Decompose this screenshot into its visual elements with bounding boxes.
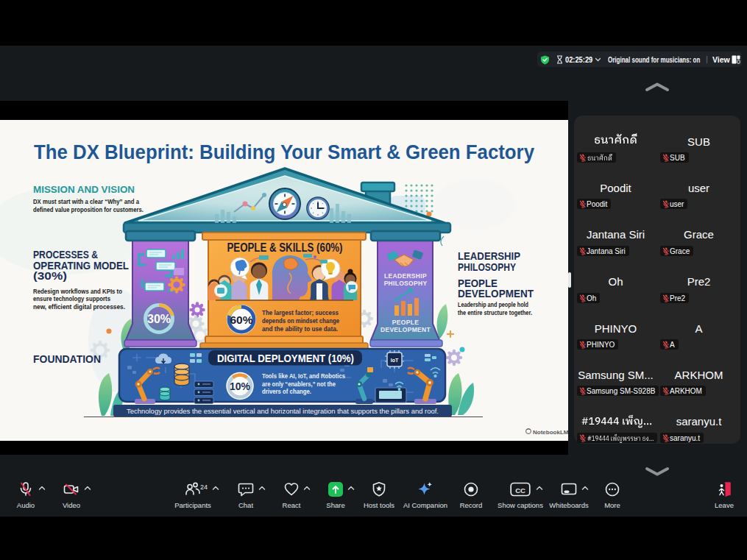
svg-text:DEVELOPMENT: DEVELOPMENT: [380, 326, 431, 333]
svg-text:PEOPLE: PEOPLE: [392, 319, 419, 326]
svg-text:the entire structure together.: the entire structure together.: [458, 309, 532, 316]
svg-text:Redesign workflows and KPIs to: Redesign workflows and KPIs to: [33, 288, 122, 295]
svg-text:Leadership and people hold: Leadership and people hold: [458, 301, 528, 308]
svg-text:NotebookLM: NotebookLM: [533, 429, 568, 436]
svg-text:PHILOSOPHY: PHILOSOPHY: [384, 280, 428, 287]
svg-text:PEOPLE & SKILLS (60%): PEOPLE & SKILLS (60%): [227, 241, 343, 254]
svg-text:(30%): (30%): [33, 270, 67, 282]
svg-text:are only “enablers,” not the: are only “enablers,” not the: [262, 380, 336, 388]
svg-text:Technology provides the essent: Technology provides the essential vertic…: [127, 408, 439, 415]
svg-text:PROCESSES &: PROCESSES &: [33, 249, 98, 260]
svg-text:30%: 30%: [147, 313, 171, 325]
svg-text:MISSION AND VISION: MISSION AND VISION: [33, 185, 135, 195]
svg-text:new, efficient digital process: new, efficient digital processes.: [33, 303, 125, 311]
svg-text:DX must start with a clear “Wh: DX must start with a clear “Why” and a: [33, 198, 140, 205]
svg-text:10%: 10%: [230, 380, 251, 392]
svg-text:PHILOSOPHY: PHILOSOPHY: [458, 260, 516, 273]
svg-text:and the ability to use data.: and the ability to use data.: [262, 325, 338, 333]
svg-text:CC: CC: [515, 486, 525, 495]
svg-text:drivers of change.: drivers of change.: [262, 388, 311, 395]
svg-text:60%: 60%: [230, 313, 252, 326]
svg-text:depends on mindset change: depends on mindset change: [262, 317, 339, 325]
svg-text:DIGITAL DEPLOYMENT (10%): DIGITAL DEPLOYMENT (10%): [217, 352, 354, 364]
svg-text:FOUNDATION: FOUNDATION: [33, 352, 101, 365]
svg-text:OPERATING MODEL: OPERATING MODEL: [33, 260, 129, 272]
svg-text:ensure technology supports: ensure technology supports: [33, 295, 110, 302]
svg-text:Tools like AI, IoT, and Roboti: Tools like AI, IoT, and Robotics: [262, 372, 345, 380]
svg-text:The largest factor; success: The largest factor; success: [262, 309, 339, 316]
svg-text:The DX Blueprint: Building You: The DX Blueprint: Building Your Smart & …: [34, 141, 534, 163]
svg-text:IoT: IoT: [391, 358, 399, 363]
svg-text:DEVELOPMENT: DEVELOPMENT: [458, 287, 534, 300]
svg-text:defined value proposition for: defined value proposition for customers.: [33, 206, 144, 213]
svg-text:LEADERSHIP: LEADERSHIP: [384, 272, 427, 280]
